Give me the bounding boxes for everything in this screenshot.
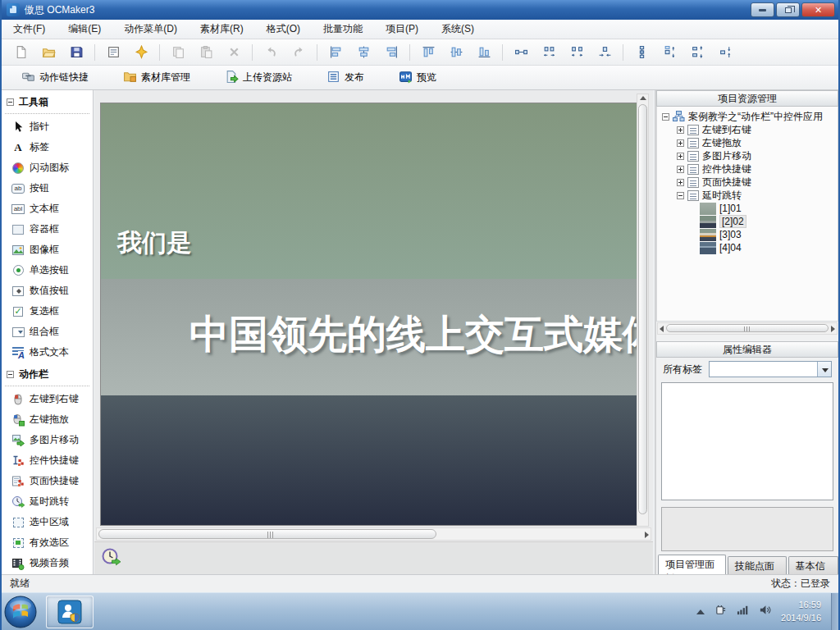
- scroll-right-icon[interactable]: [645, 532, 649, 538]
- align-middle-vertical-icon[interactable]: [445, 42, 468, 63]
- tree-node[interactable]: 左键拖放: [657, 136, 838, 149]
- action-video-audio[interactable]: 视频音频: [2, 553, 93, 573]
- distribute-vertical-icon[interactable]: [630, 42, 653, 63]
- expand-icon[interactable]: [677, 126, 684, 134]
- action-control-hotkey[interactable]: 控件快捷键: [2, 450, 93, 471]
- preview-button[interactable]: 预览: [395, 67, 440, 89]
- tool-flash-icon[interactable]: 闪动图标: [2, 158, 93, 178]
- tool-imagebox[interactable]: 图像框: [2, 240, 93, 260]
- property-list[interactable]: [661, 382, 833, 500]
- tree-horizontal-scrollbar[interactable]: [657, 322, 838, 335]
- make-same-size-icon[interactable]: [509, 42, 532, 63]
- chevron-down-icon[interactable]: [817, 362, 831, 377]
- decrease-vertical-spacing-icon[interactable]: [714, 42, 737, 63]
- material-library-button[interactable]: 素材库管理: [120, 67, 194, 89]
- action-mouse-drag[interactable]: 左键拖放: [2, 409, 93, 430]
- increase-horizontal-spacing-icon[interactable]: [565, 42, 588, 63]
- tree-page-item-selected[interactable]: [2]02: [657, 215, 838, 228]
- tool-radio[interactable]: 单选按钮: [2, 260, 93, 281]
- tab-project-manage[interactable]: 项目管理面板: [658, 555, 726, 574]
- align-top-icon[interactable]: [417, 42, 440, 63]
- upload-button[interactable]: 上传资源站: [221, 67, 295, 89]
- tool-richtext[interactable]: 格式文本: [2, 342, 93, 363]
- canvas-vertical-scrollbar[interactable]: [637, 94, 649, 527]
- network-signal-icon[interactable]: [737, 604, 749, 619]
- canvas-heading-text[interactable]: 我们是: [117, 226, 191, 260]
- delay-jump-indicator-icon[interactable]: [101, 547, 121, 567]
- publish-button[interactable]: 发布: [323, 67, 368, 89]
- menu-action[interactable]: 动作菜单(D): [112, 19, 189, 39]
- tool-textbox[interactable]: 文本框: [2, 199, 93, 219]
- scroll-right-icon[interactable]: [831, 326, 835, 332]
- action-select-region[interactable]: 选中区域: [2, 512, 93, 532]
- tool-button[interactable]: 按钮: [2, 178, 93, 199]
- paste-icon[interactable]: [194, 42, 217, 63]
- equal-vertical-spacing-icon[interactable]: [658, 42, 681, 63]
- tag-filter-combobox[interactable]: [709, 361, 832, 377]
- action-page-hotkey[interactable]: 页面快捷键: [2, 471, 93, 491]
- align-bottom-icon[interactable]: [472, 42, 495, 63]
- action-multi-image[interactable]: 多图片移动: [2, 430, 93, 450]
- tree-node[interactable]: 控件快捷键: [657, 162, 838, 176]
- form-view-icon[interactable]: [102, 42, 125, 63]
- expand-icon[interactable]: [677, 139, 684, 147]
- design-canvas[interactable]: 我们是 中国领先的线上交互式媒体: [100, 103, 638, 526]
- increase-vertical-spacing-icon[interactable]: [686, 42, 709, 63]
- menu-batch[interactable]: 批量功能: [312, 19, 374, 39]
- scroll-left-icon[interactable]: [660, 326, 664, 332]
- expand-icon[interactable]: [677, 179, 684, 186]
- ocmaker-taskbar-button[interactable]: [46, 596, 94, 628]
- vertical-scroll-thumb[interactable]: [638, 104, 647, 514]
- tree-page-item[interactable]: [1]01: [657, 202, 838, 215]
- tree-node[interactable]: 延时跳转: [657, 189, 838, 202]
- tree-page-item[interactable]: [3]03: [657, 228, 838, 241]
- tree-node[interactable]: 左键到右键: [657, 123, 838, 136]
- menu-project[interactable]: 项目(P): [374, 19, 430, 39]
- align-center-horizontal-icon[interactable]: [352, 42, 375, 63]
- collapse-icon[interactable]: [7, 371, 14, 378]
- menu-format[interactable]: 格式(O): [255, 19, 312, 39]
- taskbar-clock[interactable]: 16:59 2014/9/16: [781, 599, 824, 625]
- open-folder-icon[interactable]: [37, 42, 60, 63]
- collapse-icon[interactable]: [662, 113, 669, 121]
- restore-button[interactable]: [776, 2, 800, 17]
- menu-file[interactable]: 文件(F): [2, 19, 57, 39]
- save-icon[interactable]: [65, 42, 88, 63]
- tree-node[interactable]: 多图片移动: [657, 149, 838, 162]
- toolbox-header[interactable]: 工具箱: [2, 90, 93, 112]
- tree-node[interactable]: 页面快捷键: [657, 176, 838, 189]
- canvas-subtitle-text[interactable]: 中国领先的线上交互式媒体: [189, 308, 638, 361]
- align-left-icon[interactable]: [324, 42, 347, 63]
- menu-system[interactable]: 系统(S): [430, 19, 486, 39]
- tray-expand-icon[interactable]: [696, 609, 705, 614]
- expand-icon[interactable]: [677, 153, 684, 160]
- tool-numeric[interactable]: 数值按钮: [2, 281, 93, 301]
- undo-icon[interactable]: [259, 42, 282, 63]
- tool-pointer[interactable]: 指针: [2, 116, 93, 137]
- new-document-icon[interactable]: [9, 42, 32, 63]
- decrease-horizontal-spacing-icon[interactable]: [593, 42, 616, 63]
- collapse-icon[interactable]: [677, 192, 684, 199]
- menu-material[interactable]: 素材库(R): [189, 19, 255, 39]
- minimize-button[interactable]: [751, 2, 774, 17]
- volume-icon[interactable]: [759, 604, 771, 619]
- power-plug-icon[interactable]: [714, 604, 727, 619]
- close-button[interactable]: ✕: [801, 2, 835, 17]
- delete-icon[interactable]: [222, 42, 245, 63]
- start-button[interactable]: [3, 595, 38, 629]
- tree-page-item[interactable]: [4]04: [657, 241, 838, 254]
- tool-label[interactable]: 标签: [2, 137, 93, 158]
- action-delay-jump[interactable]: 延时跳转: [2, 491, 93, 512]
- expand-icon[interactable]: [677, 166, 684, 173]
- tool-checkbox[interactable]: 复选框: [2, 301, 93, 322]
- collapse-icon[interactable]: [7, 98, 14, 106]
- align-right-icon[interactable]: [380, 42, 403, 63]
- actionbar-header[interactable]: 动作栏: [2, 363, 93, 385]
- action-mouse-left-right[interactable]: 左键到右键: [2, 389, 93, 409]
- tab-basic-info[interactable]: 基本信息: [788, 556, 838, 574]
- action-valid-region[interactable]: 有效选区: [2, 532, 93, 553]
- tree-root[interactable]: 案例教学之“动作栏”中控件应用: [657, 110, 838, 123]
- scroll-up-icon[interactable]: [640, 96, 646, 100]
- equal-horizontal-spacing-icon[interactable]: [537, 42, 560, 63]
- tool-container[interactable]: 容器框: [2, 219, 93, 240]
